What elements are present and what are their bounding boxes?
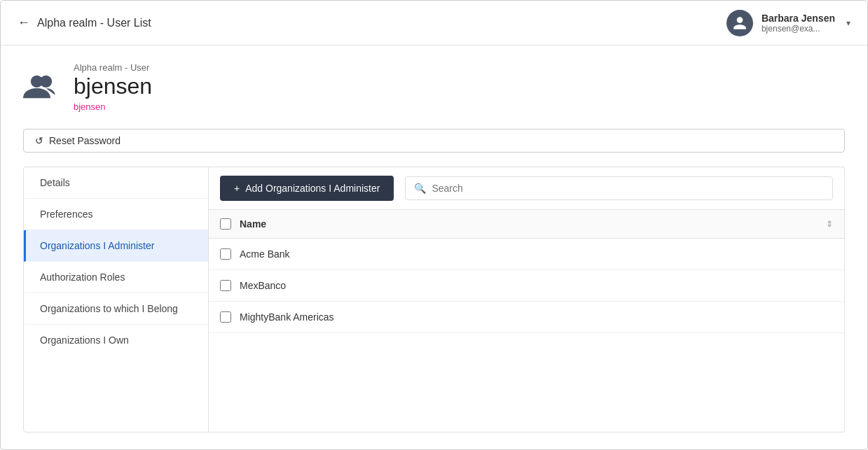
reset-icon: ↺ xyxy=(35,135,43,146)
profile-badge: bjensen xyxy=(74,101,152,112)
table-row: Acme Bank xyxy=(209,239,844,270)
profile-header: Alpha realm - User bjensen bjensen xyxy=(23,62,845,112)
sidebar-item-authorization-roles[interactable]: Authorization Roles xyxy=(24,262,208,293)
topbar-left: ← Alpha realm - User List xyxy=(18,15,151,30)
profile-icon xyxy=(23,69,60,106)
row-checkbox[interactable] xyxy=(220,248,231,260)
row-name: MexBanco xyxy=(240,280,286,291)
table-header: Name ⇕ xyxy=(209,210,844,239)
content-area: Alpha realm - User bjensen bjensen ↺ Res… xyxy=(1,45,867,449)
sidebar-item-organizations-belong[interactable]: Organizations to which I Belong xyxy=(24,293,208,325)
row-checkbox[interactable] xyxy=(220,280,231,291)
row-name: Acme Bank xyxy=(240,248,290,260)
search-icon: 🔍 xyxy=(414,183,426,194)
topbar-title: Alpha realm - User List xyxy=(37,17,151,29)
sidebar-item-organizations-own[interactable]: Organizations I Own xyxy=(24,325,208,356)
search-input[interactable] xyxy=(432,183,824,194)
search-box: 🔍 xyxy=(405,176,833,200)
sidebar-item-label: Details xyxy=(40,177,70,188)
sidebar-item-label: Organizations to which I Belong xyxy=(40,303,178,314)
row-checkbox[interactable] xyxy=(220,311,231,323)
sidebar-item-label: Organizations I Own xyxy=(40,335,129,346)
user-display-name: Barbara Jensen xyxy=(762,13,835,24)
row-name: MightyBank Americas xyxy=(240,311,334,323)
profile-info: Alpha realm - User bjensen bjensen xyxy=(74,62,152,112)
col-name-header: Name xyxy=(240,218,826,230)
table-row: MightyBank Americas xyxy=(209,302,844,333)
reset-btn-label: Reset Password xyxy=(49,135,120,146)
user-info: Barbara Jensen bjensen@exa... xyxy=(762,13,835,34)
sidebar-item-details[interactable]: Details xyxy=(24,167,208,199)
select-all-checkbox[interactable] xyxy=(220,218,231,230)
topbar: ← Alpha realm - User List Barbara Jensen… xyxy=(1,1,867,45)
reset-password-button[interactable]: ↺ Reset Password xyxy=(23,129,845,153)
add-btn-label: Add Organizations I Administer xyxy=(245,183,380,194)
profile-username: bjensen xyxy=(74,74,152,99)
svg-point-1 xyxy=(40,75,52,87)
plus-icon: + xyxy=(234,183,240,194)
sidebar-item-label: Authorization Roles xyxy=(40,272,125,283)
right-panel: + Add Organizations I Administer 🔍 Name … xyxy=(209,167,845,433)
sort-icon[interactable]: ⇕ xyxy=(826,219,833,229)
sidebar-item-preferences[interactable]: Preferences xyxy=(24,199,208,230)
sidebar-item-label: Preferences xyxy=(40,209,92,220)
panel-toolbar: + Add Organizations I Administer 🔍 xyxy=(209,167,844,210)
topbar-right: Barbara Jensen bjensen@exa... ▾ xyxy=(726,10,850,36)
user-menu-chevron[interactable]: ▾ xyxy=(846,18,850,28)
main-layout: Details Preferences Organizations I Admi… xyxy=(23,167,845,433)
back-button[interactable]: ← xyxy=(18,15,30,30)
add-organizations-button[interactable]: + Add Organizations I Administer xyxy=(220,176,394,201)
avatar xyxy=(726,10,753,36)
table-row: MexBanco xyxy=(209,270,844,302)
sidebar-item-organizations-administer[interactable]: Organizations I Administer xyxy=(24,230,208,262)
user-email: bjensen@exa... xyxy=(762,24,835,34)
organizations-table: Name ⇕ Acme Bank MexBanco xyxy=(209,210,844,432)
sidebar: Details Preferences Organizations I Admi… xyxy=(23,167,209,433)
profile-realm: Alpha realm - User xyxy=(74,62,152,73)
sidebar-item-label: Organizations I Administer xyxy=(40,240,154,251)
